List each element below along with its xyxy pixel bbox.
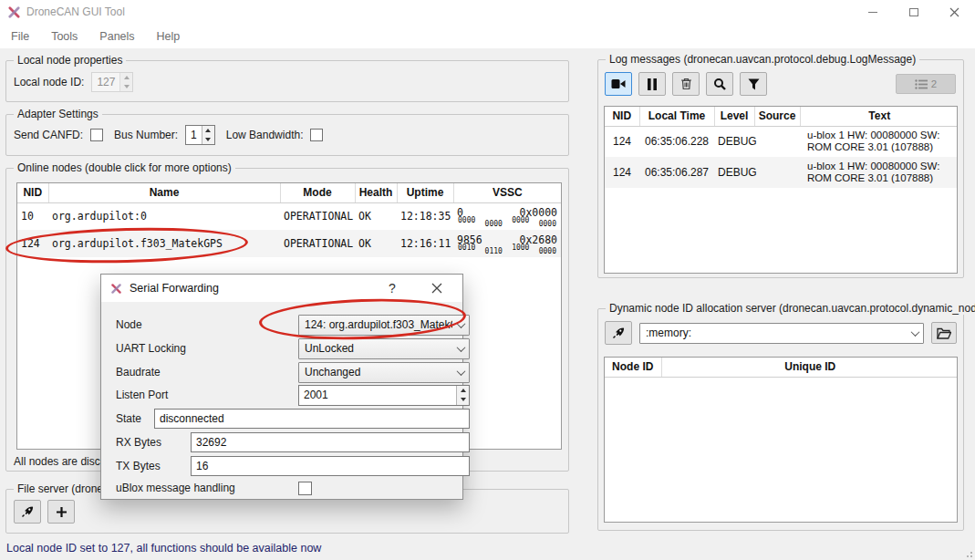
baudrate-value: Unchanged bbox=[299, 366, 452, 379]
log-search-button[interactable] bbox=[706, 72, 733, 96]
cell-vssc: 98560x2680 0010011010000000 bbox=[453, 230, 561, 257]
rocket-icon bbox=[20, 504, 35, 519]
listen-port-row: Listen Port 2001 bbox=[116, 384, 453, 406]
menu-file[interactable]: File bbox=[0, 24, 40, 48]
col-name[interactable]: Name bbox=[48, 183, 280, 202]
group-title: Local node properties bbox=[14, 54, 126, 67]
allocation-server-group: Dynamic node ID allocation server (drone… bbox=[597, 308, 964, 531]
state-row: State bbox=[116, 408, 453, 430]
spinner-up-icon[interactable] bbox=[457, 386, 469, 396]
allocation-db-combobox[interactable]: :memory: bbox=[639, 323, 924, 344]
resize-grip-icon[interactable] bbox=[963, 548, 972, 557]
online-node-row[interactable]: 10 org.ardupilot:0 OPERATIONAL OK 12:18:… bbox=[17, 202, 561, 230]
allocation-table-container: Node ID Unique ID bbox=[604, 357, 958, 523]
col-source[interactable]: Source bbox=[754, 107, 800, 126]
table-header-row: NID Name Mode Health Uptime VSSC bbox=[17, 183, 561, 202]
cell-mode: OPERATIONAL bbox=[280, 202, 355, 230]
tx-bytes-row: TX Bytes bbox=[116, 455, 453, 477]
cell-source bbox=[754, 157, 800, 188]
cell-uptime: 12:18:35 bbox=[397, 202, 453, 230]
log-pause-button[interactable] bbox=[638, 72, 666, 96]
file-server-start-button[interactable] bbox=[14, 500, 41, 524]
group-title: Adapter Settings bbox=[14, 108, 102, 120]
close-icon bbox=[431, 283, 442, 294]
low-bandwidth-label: Low Bandwidth: bbox=[226, 129, 304, 141]
menu-help[interactable]: Help bbox=[146, 24, 192, 48]
group-title: Log messages (dronecan.uavcan.protocol.d… bbox=[606, 53, 919, 66]
log-clear-button[interactable] bbox=[672, 72, 700, 96]
low-bandwidth-checkbox[interactable] bbox=[310, 129, 323, 141]
rx-bytes-field[interactable] bbox=[191, 432, 470, 452]
col-node-id[interactable]: Node ID bbox=[605, 358, 661, 377]
file-server-add-path-button[interactable] bbox=[47, 500, 75, 524]
ublox-handling-checkbox[interactable] bbox=[298, 482, 312, 495]
spinner-down-icon[interactable] bbox=[457, 395, 469, 405]
listen-port-spinner[interactable]: 2001 bbox=[298, 385, 470, 406]
bus-number-spinner[interactable]: 1 bbox=[185, 125, 215, 145]
log-row[interactable]: 124 06:35:06.287 DEBUG u-blox 1 HW: 0008… bbox=[605, 157, 958, 188]
chevron-down-icon bbox=[452, 369, 469, 376]
log-record-button[interactable] bbox=[605, 72, 632, 96]
log-filter-button[interactable] bbox=[740, 72, 767, 96]
group-title: Dynamic node ID allocation server (drone… bbox=[606, 302, 975, 315]
ublox-row: uBlox message handling bbox=[116, 477, 453, 499]
state-label: State bbox=[116, 412, 141, 425]
search-icon bbox=[713, 78, 726, 90]
state-field[interactable] bbox=[154, 409, 470, 429]
status-bar: Local node ID set to 127, all functions … bbox=[0, 536, 975, 560]
log-messages-group: Log messages (dronecan.uavcan.protocol.d… bbox=[597, 59, 964, 278]
send-canfd-checkbox[interactable] bbox=[90, 129, 103, 141]
baudrate-label: Baudrate bbox=[116, 366, 161, 379]
baudrate-combobox[interactable]: Unchanged bbox=[298, 362, 470, 383]
local-node-id-label: Local node ID: bbox=[14, 76, 84, 88]
col-mode[interactable]: Mode bbox=[280, 183, 355, 202]
minimize-button[interactable] bbox=[852, 0, 893, 24]
log-row[interactable]: 124 06:35:06.228 DEBUG u-blox 1 HW: 0008… bbox=[605, 126, 958, 157]
list-count-icon bbox=[915, 79, 928, 89]
cell-mode: OPERATIONAL bbox=[280, 230, 355, 257]
bus-number-label: Bus Number: bbox=[114, 129, 178, 141]
dialog-help-button[interactable]: ? bbox=[377, 275, 408, 302]
allocation-browse-button[interactable] bbox=[931, 322, 957, 344]
cell-local-time: 06:35:06.287 bbox=[639, 157, 714, 188]
col-health[interactable]: Health bbox=[355, 183, 397, 202]
rx-bytes-row: RX Bytes bbox=[116, 431, 453, 453]
cell-local-time: 06:35:06.228 bbox=[639, 126, 714, 157]
uart-locking-combobox[interactable]: UnLocked bbox=[298, 338, 470, 359]
menu-panels[interactable]: Panels bbox=[88, 24, 145, 48]
cell-nid: 124 bbox=[605, 157, 639, 188]
col-local-time[interactable]: Local Time bbox=[639, 107, 714, 126]
allocation-start-button[interactable] bbox=[605, 321, 632, 345]
col-vssc[interactable]: VSSC bbox=[453, 183, 561, 202]
listen-port-label: Listen Port bbox=[116, 389, 168, 401]
col-nid[interactable]: NID bbox=[605, 107, 639, 126]
log-count-button: 2 bbox=[896, 74, 956, 94]
log-table-container: NID Local Time Level Source Text 124 06:… bbox=[604, 106, 958, 274]
cell-level: DEBUG bbox=[714, 157, 754, 188]
dialog-close-button[interactable] bbox=[419, 275, 455, 302]
group-title: Online nodes (double click for more opti… bbox=[14, 161, 235, 174]
cell-uptime: 12:16:11 bbox=[397, 230, 453, 257]
uart-locking-row: UART Locking UnLocked bbox=[116, 337, 453, 359]
col-uptime[interactable]: Uptime bbox=[397, 183, 453, 202]
col-level[interactable]: Level bbox=[714, 107, 754, 126]
rx-bytes-label: RX Bytes bbox=[116, 436, 161, 449]
baudrate-row: Baudrate Unchanged bbox=[116, 361, 453, 383]
cell-nid: 10 bbox=[17, 202, 48, 230]
dialog-title-bar: Serial Forwarding ? bbox=[101, 275, 462, 302]
filter-icon bbox=[748, 78, 760, 90]
col-text[interactable]: Text bbox=[800, 107, 958, 126]
uart-locking-label: UART Locking bbox=[116, 342, 186, 355]
spinner-up-icon[interactable] bbox=[202, 126, 214, 135]
cell-nid: 124 bbox=[605, 126, 639, 157]
col-unique-id[interactable]: Unique ID bbox=[661, 358, 958, 377]
close-button[interactable] bbox=[934, 0, 975, 24]
spinner-down-icon[interactable] bbox=[202, 135, 214, 144]
tx-bytes-field[interactable] bbox=[191, 456, 470, 476]
cell-name: org.ardupilot:0 bbox=[48, 202, 280, 230]
chevron-down-icon bbox=[907, 330, 923, 337]
menu-tools[interactable]: Tools bbox=[40, 24, 88, 48]
spinner-up-icon bbox=[120, 73, 132, 82]
maximize-button[interactable] bbox=[893, 0, 934, 24]
col-nid[interactable]: NID bbox=[17, 183, 48, 202]
